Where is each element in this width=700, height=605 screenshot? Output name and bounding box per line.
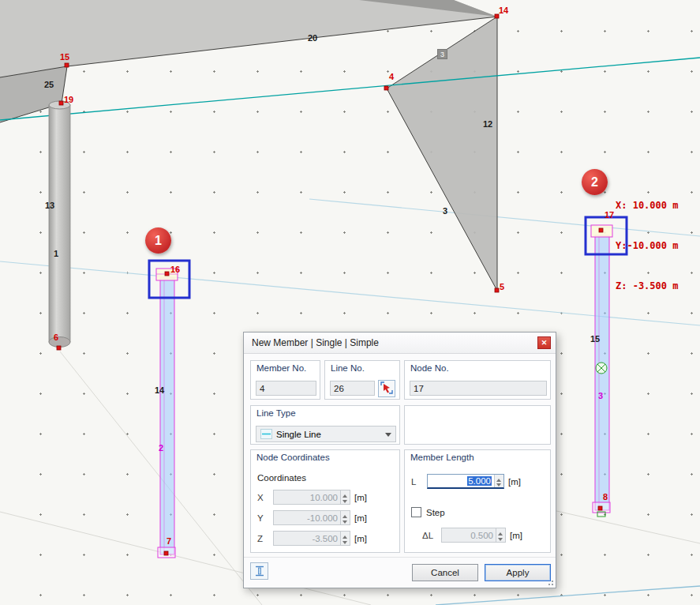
member-no-input[interactable]: 4 [256, 381, 316, 396]
coord-axis-label: X [257, 493, 273, 502]
unit-label: [m] [354, 513, 367, 523]
line-label: 12 [483, 119, 492, 129]
column-cylinder[interactable] [49, 101, 70, 348]
line-label: 15 [590, 334, 600, 344]
delta-l-label: ΔL [422, 531, 441, 540]
line-no-group: Line No. 26 [324, 360, 400, 400]
step-label: Step [426, 508, 445, 517]
member-length-group: Member Length L 5.000 [m] Step ΔL 0.500 [404, 449, 551, 553]
single-line-icon [260, 429, 272, 439]
line-type-value: Single Line [276, 430, 321, 439]
cancel-button[interactable]: Cancel [412, 564, 478, 581]
line-no-value: 26 [334, 384, 344, 393]
selected-value: 5.000 [467, 476, 492, 486]
member-label: 3 [598, 391, 603, 400]
new-member-dialog: New Member | Single | Simple ✕ Member No… [243, 332, 556, 588]
close-button[interactable]: ✕ [537, 336, 551, 349]
node-label: 19 [64, 95, 73, 104]
coordinate-readout: X: 10.000 m Y:-10.000 m Z: -3.500 m [616, 172, 678, 320]
pick-line-button[interactable] [378, 380, 395, 397]
spinner[interactable] [496, 528, 505, 542]
node-no-group: Node No. 17 [404, 360, 551, 400]
model-workspace[interactable]: 15 25 19 20 14 4 12 3 5 13 1 6 16 14 2 7… [0, 0, 700, 605]
node-label: 5 [500, 282, 504, 291]
footer-divider [244, 557, 556, 558]
node-label: 14 [499, 6, 508, 15]
coord-axis-label: Z [257, 534, 273, 543]
member-2[interactable] [591, 225, 612, 517]
node-label: 4 [389, 72, 394, 81]
member-options-button[interactable] [250, 562, 268, 580]
coordinate-line-y: Y:-10.000 m [616, 239, 678, 253]
spinner[interactable] [340, 532, 350, 545]
coordinate-line-z: Z: -3.500 m [616, 280, 678, 293]
node-label: 6 [54, 333, 58, 342]
line-type-select[interactable]: Single Line [256, 426, 396, 442]
node-coordinates-group: Node Coordinates Coordinates X 10.000 [m… [250, 449, 400, 553]
member-support-icon [253, 565, 266, 577]
coord-y-input[interactable]: -10.000 [273, 510, 350, 525]
node-label: 7 [167, 536, 171, 546]
annotation-badge-2: 2 [582, 169, 608, 195]
line-label: 14 [155, 385, 164, 395]
close-icon: ✕ [541, 339, 548, 347]
line-no-label: Line No. [331, 363, 365, 373]
member-no-label: Member No. [256, 363, 306, 373]
unit-label: [m] [510, 531, 522, 540]
line-type-group: Line Type Single Line [250, 405, 400, 445]
spinner[interactable] [494, 475, 503, 487]
member-label: 1 [54, 249, 58, 258]
node-label: 17 [605, 210, 614, 220]
member-length-label: Member Length [410, 453, 474, 462]
coord-axis-label: Y [257, 513, 273, 523]
dialog-title: New Member | Single | Simple [252, 337, 379, 348]
coord-z-input[interactable]: -3.500 [273, 531, 350, 546]
chevron-down-icon [385, 433, 391, 440]
node-no-label: Node No. [410, 363, 449, 373]
member-label: 2 [159, 443, 163, 453]
empty-group [404, 405, 551, 445]
unit-label: [m] [508, 477, 521, 487]
spinner[interactable] [340, 511, 350, 524]
node-label: 16 [170, 265, 180, 274]
coordinate-line-x: X: 10.000 m [616, 199, 678, 212]
pick-arrow-icon [380, 381, 394, 395]
member-no-group: Member No. 4 [250, 360, 320, 400]
line-label: 20 [308, 33, 317, 43]
unit-label: [m] [354, 493, 367, 502]
step-length-input[interactable]: 0.500 [441, 528, 506, 543]
node-no-value: 17 [414, 384, 424, 393]
resize-grip[interactable] [546, 578, 554, 586]
slab-surfaces[interactable] [0, 0, 497, 291]
line-label: 3 [443, 206, 447, 216]
line-label: 25 [44, 80, 54, 89]
length-axis-label: L [411, 477, 427, 487]
member-1[interactable] [156, 269, 178, 558]
member-no-value: 4 [260, 384, 264, 393]
node-label: 8 [603, 492, 608, 502]
spinner[interactable] [340, 490, 350, 504]
unit-label: [m] [354, 534, 367, 543]
node-coordinates-label: Node Coordinates [256, 453, 330, 462]
line-no-input[interactable]: 26 [330, 381, 375, 396]
dialog-titlebar[interactable]: New Member | Single | Simple ✕ [244, 333, 556, 354]
coordinates-label: Coordinates [257, 473, 306, 483]
apply-button[interactable]: Apply [485, 564, 551, 581]
step-checkbox[interactable] [411, 507, 421, 517]
node-no-input[interactable]: 17 [410, 381, 547, 396]
line-label: 13 [45, 201, 54, 210]
axis-line [0, 58, 700, 120]
line-type-label: Line Type [256, 408, 296, 418]
surface-number-chip: 3 [437, 49, 447, 59]
length-input[interactable]: 5.000 [427, 474, 504, 489]
annotation-badge-1: 1 [145, 227, 171, 254]
coord-x-input[interactable]: 10.000 [273, 490, 350, 505]
node-label: 15 [60, 52, 69, 62]
